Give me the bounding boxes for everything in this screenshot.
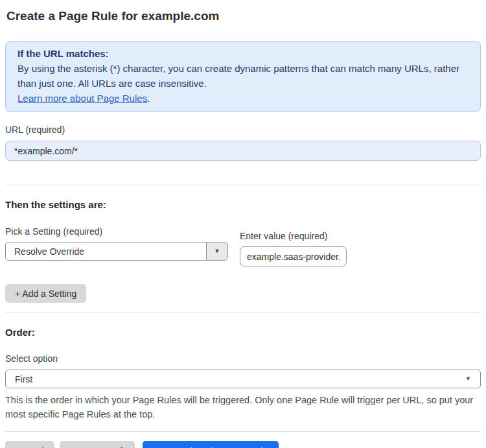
- learn-more-link[interactable]: Learn more about Page Rules: [17, 93, 147, 104]
- chevron-down-icon: ▼: [214, 248, 220, 254]
- order-select-label: Select option: [5, 353, 481, 364]
- link-suffix: .: [147, 93, 150, 104]
- url-match-info-box: If the URL matches: By using the asteris…: [5, 41, 481, 112]
- setting-select-label: Pick a Setting (required): [5, 226, 228, 237]
- cancel-button[interactable]: Cancel: [5, 441, 54, 448]
- setting-select-value: Resolve Override: [6, 246, 84, 257]
- create-page-rule-form: Create a Page Rule for example.com If th…: [0, 0, 486, 448]
- setting-select[interactable]: Resolve Override ▼: [5, 242, 228, 261]
- info-box-body: By using the asterisk (*) character, you…: [17, 61, 469, 91]
- order-select[interactable]: First ▼: [5, 370, 481, 388]
- setting-value-input[interactable]: [240, 246, 347, 266]
- url-input[interactable]: [5, 141, 481, 161]
- order-help-text: This is the order in which your Page Rul…: [5, 393, 481, 421]
- order-select-value: First: [15, 374, 32, 384]
- save-and-deploy-button[interactable]: Save and Deploy Page Rule: [143, 441, 279, 448]
- divider: [5, 431, 481, 432]
- setting-select-arrow-button[interactable]: ▼: [206, 242, 227, 260]
- divider: [5, 312, 481, 313]
- info-box-heading: If the URL matches:: [17, 46, 469, 61]
- divider: [5, 185, 481, 185]
- save-as-draft-button[interactable]: Save as Draft: [60, 441, 135, 448]
- order-section-heading: Order:: [5, 327, 481, 338]
- settings-section-heading: Then the settings are:: [5, 199, 481, 211]
- setting-value-label: Enter value (required): [240, 231, 347, 241]
- setting-select-group: Pick a Setting (required) Resolve Overri…: [5, 226, 228, 266]
- chevron-down-icon: ▼: [465, 376, 471, 382]
- page-title: Create a Page Rule for example.com: [6, 9, 481, 23]
- footer-actions: Cancel Save as Draft Save and Deploy Pag…: [5, 441, 481, 448]
- setting-value-group: Enter value (required): [240, 231, 347, 266]
- info-box-link-line: Learn more about Page Rules.: [17, 91, 469, 106]
- add-setting-button[interactable]: + Add a Setting: [5, 284, 86, 303]
- settings-row: Pick a Setting (required) Resolve Overri…: [5, 226, 481, 266]
- url-field-label: URL (required): [5, 124, 481, 135]
